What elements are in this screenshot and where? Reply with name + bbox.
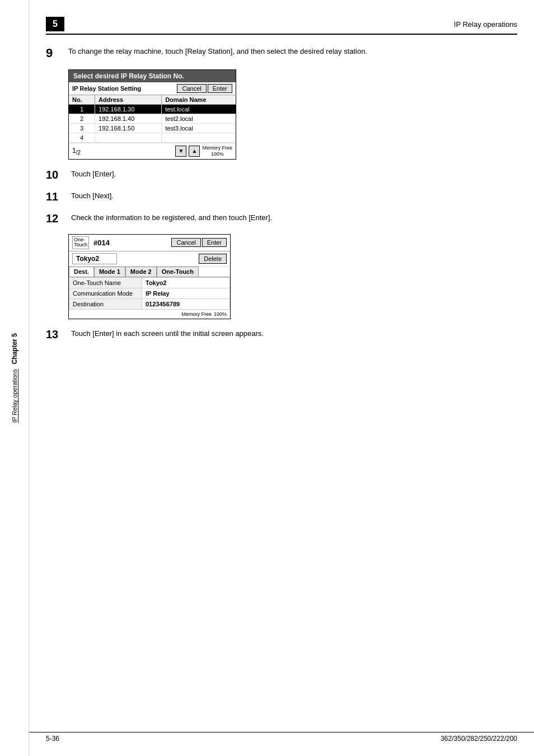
info-memory-free-value: 100% bbox=[214, 311, 227, 317]
info-enter-button[interactable]: Enter bbox=[202, 238, 227, 247]
step-9-text: To change the relay machine, touch [Rela… bbox=[68, 46, 517, 57]
relay-table-row[interactable]: 1 192.168.1.30 test.local bbox=[69, 105, 236, 114]
relay-row-domain: test3.local bbox=[162, 124, 236, 133]
info-table-row: One-Touch Name Tokyo2 bbox=[69, 278, 230, 288]
relay-dialog-toolbar: IP Relay Station Setting Cancel Enter bbox=[69, 82, 236, 95]
relay-table-row[interactable]: 4 bbox=[69, 133, 236, 143]
col-domain: Domain Name bbox=[162, 95, 236, 105]
info-dialog-header: One-Touch #014 Cancel Enter bbox=[69, 235, 230, 252]
info-table-row: Communication Mode IP Relay bbox=[69, 288, 230, 299]
relay-row-domain bbox=[162, 133, 236, 143]
step-11-number: 11 bbox=[46, 190, 71, 203]
step-10-number: 10 bbox=[46, 169, 71, 181]
col-address: Address bbox=[95, 95, 162, 105]
info-row-value: IP Relay bbox=[142, 288, 230, 299]
header-title: IP Relay operations bbox=[454, 20, 517, 29]
relay-row-no: 2 bbox=[69, 114, 95, 124]
info-delete-button[interactable]: Delete bbox=[199, 254, 227, 264]
relay-station-dialog: Select desired IP Relay Station No. IP R… bbox=[68, 69, 236, 160]
page-footer: 5-36 362/350/282/250/222/200 bbox=[29, 732, 534, 745]
info-row-label: Communication Mode bbox=[69, 288, 142, 299]
step-11-text: Touch [Next]. bbox=[71, 190, 517, 202]
info-dialog-footer: Memory Free 100% bbox=[69, 310, 230, 319]
footer-page: 5-36 bbox=[46, 735, 59, 743]
info-row-label: One-Touch Name bbox=[69, 278, 142, 288]
relay-cancel-button[interactable]: Cancel bbox=[177, 84, 206, 93]
relay-table-row[interactable]: 2 192.168.1.40 test2.local bbox=[69, 114, 236, 124]
info-dialog: One-Touch #014 Cancel Enter Tokyo2 Delet… bbox=[68, 234, 231, 320]
step-10-text: Touch [Enter]. bbox=[71, 169, 517, 180]
footer-models: 362/350/282/250/222/200 bbox=[441, 735, 517, 743]
info-tab-mode-1[interactable]: Mode 1 bbox=[94, 267, 125, 277]
sidebar: Chapter 5 IP Relay operations bbox=[0, 0, 29, 756]
relay-row-address: 192.168.1.40 bbox=[95, 114, 162, 124]
info-row-label: Destination bbox=[69, 299, 142, 310]
id-label: #014 bbox=[93, 239, 110, 247]
info-row-value: 0123456789 bbox=[142, 299, 230, 310]
relay-row-domain: test2.local bbox=[162, 114, 236, 124]
relay-row-no: 1 bbox=[69, 105, 95, 114]
relay-dialog-footer: 1/2 ▼ ▲ Memory Free 100% bbox=[69, 143, 236, 159]
info-dialog-tabs: Dest.Mode 1Mode 2One-Touch bbox=[69, 267, 230, 277]
step-9-number: 9 bbox=[46, 46, 68, 60]
relay-row-domain: test.local bbox=[162, 105, 236, 114]
relay-memory-free: Memory Free 100% bbox=[202, 145, 232, 157]
chapter-badge: 5 bbox=[46, 17, 64, 31]
info-memory-free-label: Memory Free bbox=[181, 311, 212, 317]
step-13: 13 Touch [Enter] in each screen until th… bbox=[46, 328, 517, 341]
step-12: 12 Check the information to be registere… bbox=[46, 212, 517, 225]
info-table-row: Destination 0123456789 bbox=[69, 299, 230, 310]
relay-row-no: 3 bbox=[69, 124, 95, 133]
step-11: 11 Touch [Next]. bbox=[46, 190, 517, 203]
info-dialog-row2: Tokyo2 Delete bbox=[69, 251, 230, 267]
nav-up-button[interactable]: ▲ bbox=[189, 146, 200, 157]
step-10: 10 Touch [Enter]. bbox=[46, 169, 517, 181]
relay-table: No. Address Domain Name 1 192.168.1.30 t… bbox=[69, 95, 236, 143]
relay-row-no: 4 bbox=[69, 133, 95, 143]
info-tab-mode-2[interactable]: Mode 2 bbox=[125, 267, 157, 277]
step-12-text: Check the information to be registered, … bbox=[71, 212, 517, 223]
relay-row-address: 192.168.1.50 bbox=[95, 124, 162, 133]
info-table: One-Touch Name Tokyo2 Communication Mode… bbox=[69, 277, 230, 310]
relay-enter-button[interactable]: Enter bbox=[208, 84, 232, 93]
step-13-text: Touch [Enter] in each screen until the i… bbox=[71, 328, 517, 339]
relay-table-row[interactable]: 3 192.168.1.50 test3.local bbox=[69, 124, 236, 133]
relay-dialog-title: Select desired IP Relay Station No. bbox=[69, 70, 236, 82]
section-label: IP Relay operations bbox=[11, 369, 18, 423]
one-touch-label: One-Touch bbox=[72, 236, 89, 250]
info-tab-one-touch[interactable]: One-Touch bbox=[157, 267, 199, 277]
step-13-number: 13 bbox=[46, 328, 71, 341]
info-tab-dest[interactable]: Dest. bbox=[69, 267, 94, 277]
info-row-value: Tokyo2 bbox=[142, 278, 230, 288]
relay-toolbar-label: IP Relay Station Setting bbox=[72, 85, 141, 92]
relay-row-address bbox=[95, 133, 162, 143]
step-9: 9 To change the relay machine, touch [Re… bbox=[46, 46, 517, 60]
info-cancel-button[interactable]: Cancel bbox=[171, 238, 200, 247]
relay-toolbar-buttons: Cancel Enter bbox=[177, 84, 232, 93]
nav-down-button[interactable]: ▼ bbox=[175, 146, 186, 157]
info-name: Tokyo2 bbox=[72, 253, 117, 264]
chapter-label: Chapter 5 bbox=[11, 333, 18, 364]
col-no: No. bbox=[69, 95, 95, 105]
step-12-number: 12 bbox=[46, 212, 71, 225]
page-indicator: 1/2 bbox=[72, 147, 81, 156]
main-content: 5 IP Relay operations 9 To change the re… bbox=[29, 0, 534, 367]
relay-row-address: 192.168.1.30 bbox=[95, 105, 162, 114]
